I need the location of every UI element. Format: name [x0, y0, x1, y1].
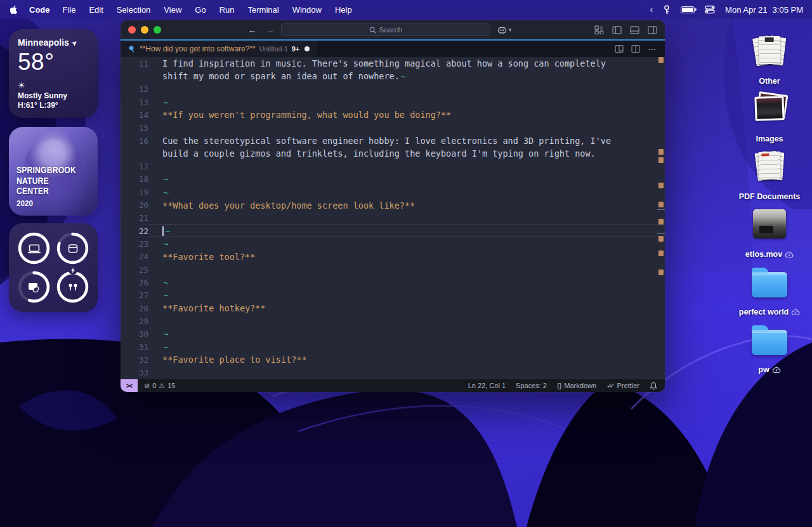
menu-item-edit[interactable]: Edit — [89, 5, 103, 15]
editor-line[interactable]: 16Cue the stereotypical software enginee… — [121, 134, 665, 147]
desktop-icon-other[interactable]: Other — [731, 28, 808, 86]
customize-layout-icon[interactable] — [594, 25, 604, 35]
formatter-status[interactable]: ✓✓ Prettier — [606, 382, 639, 390]
desktop-icon-pw[interactable]: pw — [731, 316, 808, 374]
apple-menu-icon[interactable] — [9, 4, 18, 15]
control-center-icon[interactable] — [705, 5, 715, 14]
toggle-primary-sidebar-icon[interactable] — [612, 25, 622, 35]
warnings-icon: ⚠ — [159, 382, 165, 390]
command-center-search[interactable]: Search — [281, 23, 490, 36]
weather-temperature: 58° — [18, 49, 89, 75]
key-icon[interactable] — [663, 5, 671, 15]
editor-line[interactable]: 14**If you weren't programming, what wou… — [121, 108, 665, 121]
line-number: 17 — [121, 162, 148, 171]
editor-line[interactable]: 11I find inspiration in music. There's s… — [121, 57, 665, 70]
editor-line[interactable]: 26~ — [121, 276, 665, 289]
editor-line[interactable]: 15 — [121, 122, 665, 134]
menu-item-terminal[interactable]: Terminal — [248, 5, 279, 15]
line-number: 13 — [121, 98, 148, 107]
menu-item-run[interactable]: Run — [219, 5, 235, 15]
editor-line[interactable]: 18~ — [121, 173, 665, 186]
editor-line[interactable]: 28**Favorite hotkey?** — [121, 302, 665, 315]
remote-indicator[interactable]: >< — [121, 379, 138, 392]
zoom-button[interactable] — [154, 26, 161, 34]
line-content: **What does your desktop/home screen loo… — [148, 198, 665, 211]
battery-ring-macbook — [16, 231, 51, 266]
menu-item-file[interactable]: File — [63, 5, 76, 15]
editor-line[interactable]: 12 — [121, 83, 665, 96]
editor-line[interactable]: 24**Favorite tool?** — [121, 250, 665, 263]
bell-icon[interactable] — [650, 382, 657, 390]
photo-caption-year: 2020 — [16, 198, 82, 208]
photos-widget[interactable]: SPRINGBROOK NATURE CENTER 2020 — [9, 127, 98, 216]
editor-tab[interactable]: **How did you get into software?** Untit… — [121, 41, 317, 57]
overview-cursor-mark — [657, 233, 665, 234]
menu-bar-clock[interactable]: Mon Apr 21 3:05 PM — [725, 5, 803, 15]
line-text: **Favorite hotkey?** — [162, 303, 266, 313]
window-titlebar[interactable]: ← → Search ▾ — [121, 20, 665, 39]
desktop-icon-images[interactable]: Images — [731, 86, 808, 143]
editor[interactable]: 11I find inspiration in music. There's s… — [121, 57, 665, 379]
editor-layout-icon[interactable] — [631, 44, 640, 53]
chevron-left-icon[interactable]: ‹ — [650, 4, 653, 15]
desktop-icon-perfect-world[interactable]: perfect world — [731, 259, 808, 316]
location-arrow-icon: ➤ — [70, 38, 78, 47]
menu-item-selection[interactable]: Selection — [117, 5, 150, 15]
copilot-menu[interactable]: ▾ — [497, 25, 512, 35]
menu-app-name[interactable]: Code — [29, 5, 50, 15]
battery-icon[interactable] — [681, 6, 695, 13]
unsaved-dot-icon[interactable] — [304, 46, 310, 51]
lint-squiggle: ~ — [401, 72, 406, 81]
language-mode[interactable]: {} Markdown — [557, 382, 596, 389]
editor-line[interactable]: 23~ — [121, 237, 665, 250]
editor-line[interactable]: 13~ — [121, 96, 665, 108]
charging-bolt-icon — [69, 266, 77, 275]
menu-item-go[interactable]: Go — [195, 5, 206, 15]
editor-line[interactable]: 22~ — [121, 224, 665, 237]
toggle-secondary-sidebar-icon[interactable] — [648, 25, 657, 35]
back-arrow-icon[interactable]: ← — [248, 25, 257, 35]
line-number: 31 — [121, 342, 148, 352]
tab-description: Untitled-1 — [259, 45, 288, 53]
editor-line[interactable]: 19~ — [121, 186, 665, 198]
clock-time: 3:05 PM — [773, 5, 803, 15]
editor-line[interactable]: 25 — [121, 263, 665, 276]
editor-line[interactable]: 30~ — [121, 328, 665, 341]
editor-line[interactable]: build a couple gizmos and trinklets, inc… — [121, 147, 665, 160]
desktop-icon-pdf-documents[interactable]: PDF Documents — [731, 143, 808, 201]
editor-line[interactable]: shift my mood or spark an idea out of no… — [121, 70, 665, 82]
editor-line[interactable]: 21 — [121, 212, 665, 224]
toggle-panel-icon[interactable] — [630, 25, 639, 35]
editor-line[interactable]: 20**What does your desktop/home screen l… — [121, 198, 665, 211]
line-number: 23 — [121, 239, 148, 249]
lint-squiggle: ~ — [164, 239, 169, 249]
split-editor-icon[interactable] — [615, 44, 624, 53]
menu-item-view[interactable]: View — [164, 5, 181, 15]
cursor-position[interactable]: Ln 22, Col 1 — [468, 382, 506, 389]
editor-line[interactable]: 33 — [121, 367, 665, 379]
line-content: ~ — [148, 237, 665, 250]
weather-widget[interactable]: Minneapolis ➤ 58° ☀ Mostly Sunny H:61° L… — [9, 29, 98, 118]
batteries-widget[interactable] — [9, 223, 98, 312]
editor-line[interactable]: 31~ — [121, 341, 665, 353]
line-text: **If you weren't programming, what would… — [162, 110, 451, 120]
problems-status[interactable]: ⊘ 0 ⚠ 15 — [144, 382, 175, 390]
editor-line[interactable]: 17 — [121, 160, 665, 173]
editor-line[interactable]: 29 — [121, 315, 665, 327]
editor-line[interactable]: 32**Favorite place to visit?** — [121, 353, 665, 366]
line-number: 26 — [121, 278, 148, 287]
editor-line[interactable]: 27~ — [121, 289, 665, 302]
errors-icon: ⊘ — [144, 382, 150, 390]
menu-item-help[interactable]: Help — [335, 5, 352, 15]
indentation[interactable]: Spaces: 2 — [516, 382, 547, 389]
overview-cursor-mark — [657, 209, 665, 210]
more-actions-icon[interactable]: ⋯ — [648, 44, 657, 54]
line-number: 21 — [121, 213, 148, 223]
close-button[interactable] — [128, 26, 136, 34]
forward-arrow-icon[interactable]: → — [266, 25, 275, 35]
overview-warning-mark — [658, 219, 664, 224]
line-number: 24 — [121, 252, 148, 261]
desktop-icon-etios-mov[interactable]: etios.mov — [731, 201, 808, 259]
minimize-button[interactable] — [141, 26, 148, 34]
menu-item-window[interactable]: Window — [292, 5, 322, 15]
